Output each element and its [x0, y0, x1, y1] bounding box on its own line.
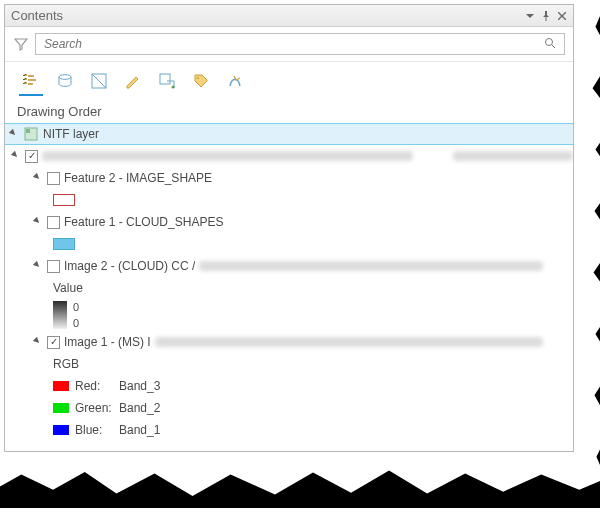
- list-by-snapping-button[interactable]: [155, 68, 179, 96]
- expand-icon[interactable]: [33, 261, 43, 271]
- stretch-value-top: 0: [73, 301, 79, 313]
- panel-title: Contents: [11, 8, 63, 23]
- feature1-label[interactable]: Feature 1 - CLOUD_SHAPES: [64, 215, 223, 229]
- rgb-label: RGB: [53, 357, 79, 371]
- redacted-text: [42, 151, 413, 161]
- toolbar: [5, 62, 573, 96]
- redacted-text: [453, 151, 573, 161]
- band-red-label: Red:: [75, 379, 119, 393]
- layer-checkbox[interactable]: [47, 336, 60, 349]
- symbol-swatch[interactable]: [53, 238, 75, 250]
- list-by-perspective-button[interactable]: [223, 68, 247, 96]
- band-blue-value: Band_1: [119, 423, 160, 437]
- pin-icon[interactable]: [539, 9, 553, 23]
- search-icon[interactable]: [544, 37, 558, 51]
- expand-icon[interactable]: [11, 151, 21, 161]
- filter-icon[interactable]: [13, 36, 29, 52]
- layer-checkbox[interactable]: [47, 216, 60, 229]
- svg-line-1: [552, 45, 555, 48]
- nitf-layer-label[interactable]: NITF layer: [43, 127, 99, 141]
- green-chip-icon: [53, 403, 69, 413]
- nitf-layer-icon: [23, 126, 39, 142]
- svg-point-5: [172, 86, 175, 89]
- layer-checkbox[interactable]: [25, 150, 38, 163]
- band-green-value: Band_2: [119, 401, 160, 415]
- section-heading: Drawing Order: [5, 96, 573, 123]
- svg-point-2: [59, 75, 71, 80]
- stretch-value-bottom: 0: [73, 317, 79, 329]
- expand-icon[interactable]: [33, 173, 43, 183]
- value-label: Value: [53, 281, 83, 295]
- expand-icon[interactable]: [33, 217, 43, 227]
- blue-chip-icon: [53, 425, 69, 435]
- redacted-text: [155, 337, 543, 347]
- expand-icon[interactable]: [9, 129, 19, 139]
- symbol-swatch[interactable]: [53, 194, 75, 206]
- close-icon[interactable]: [555, 9, 569, 23]
- svg-rect-8: [26, 129, 30, 133]
- layer-checkbox[interactable]: [47, 172, 60, 185]
- band-red-value: Band_3: [119, 379, 160, 393]
- svg-point-6: [197, 77, 199, 79]
- svg-rect-4: [160, 74, 170, 84]
- expand-icon[interactable]: [33, 337, 43, 347]
- layer-checkbox[interactable]: [47, 260, 60, 273]
- image1-label[interactable]: Image 1 - (MS) I: [64, 335, 151, 349]
- list-by-labeling-button[interactable]: [189, 68, 213, 96]
- stretch-gradient-icon: [53, 301, 67, 329]
- image2-label[interactable]: Image 2 - (CLOUD) CC /: [64, 259, 195, 273]
- layer-tree: NITF layer Feature 2 - IMAGE_SHAPE Featu…: [5, 123, 573, 451]
- feature2-label[interactable]: Feature 2 - IMAGE_SHAPE: [64, 171, 212, 185]
- band-blue-label: Blue:: [75, 423, 119, 437]
- dropdown-caret-icon[interactable]: [523, 9, 537, 23]
- svg-point-0: [546, 39, 553, 46]
- red-chip-icon: [53, 381, 69, 391]
- search-box[interactable]: [35, 33, 565, 55]
- list-by-source-button[interactable]: [53, 68, 77, 96]
- redacted-text: [199, 261, 543, 271]
- list-by-editing-button[interactable]: [121, 68, 145, 96]
- list-by-selection-button[interactable]: [87, 68, 111, 96]
- search-input[interactable]: [42, 36, 544, 52]
- list-by-drawing-order-button[interactable]: [19, 68, 43, 96]
- band-green-label: Green:: [75, 401, 119, 415]
